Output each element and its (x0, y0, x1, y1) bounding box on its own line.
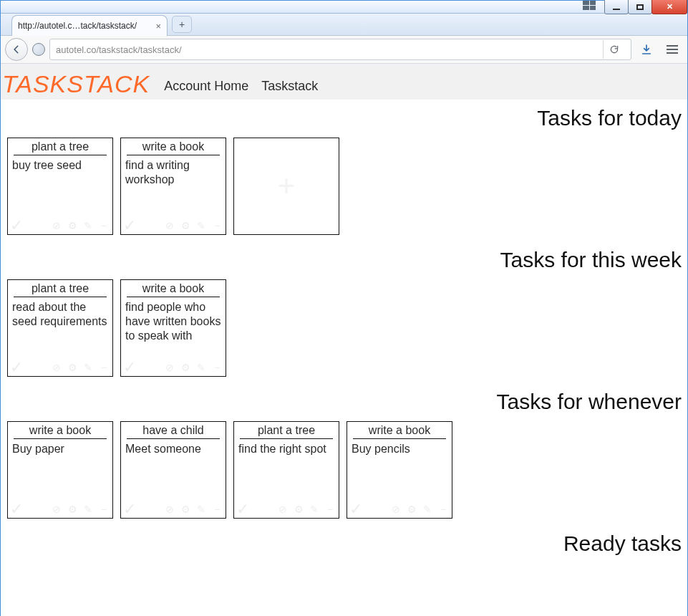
gear-icon[interactable]: ⚙ (67, 362, 78, 373)
edit-icon[interactable]: ✎ (309, 504, 320, 515)
task-card[interactable]: plant a tree read about the seed require… (7, 279, 113, 377)
section-title-whenever: Tasks for whenever (1, 384, 687, 420)
new-tab-button[interactable]: + (172, 16, 192, 33)
edit-icon[interactable]: ✎ (195, 504, 207, 515)
nav-account-home[interactable]: Account Home (164, 79, 248, 94)
check-icon[interactable]: ✓ (124, 362, 135, 373)
app-header: TASKSTACK Account Home Taskstack (1, 64, 687, 100)
card-task: find people who have written books to sp… (121, 297, 226, 343)
edit-icon[interactable]: ✎ (422, 504, 433, 515)
cards-today: plant a tree buy tree seed ✓ ⊘ ⚙ ✎ − wri… (1, 136, 687, 242)
card-goal: plant a tree (14, 138, 107, 155)
gear-icon[interactable]: ⚙ (293, 504, 304, 515)
arrow-left-icon (11, 44, 21, 54)
task-card[interactable]: write a book Buy pencils ✓ ⊘ ⚙ ✎ − (347, 421, 452, 519)
edit-icon[interactable]: ✎ (82, 362, 94, 373)
circle-x-icon[interactable]: ⊘ (277, 504, 289, 515)
task-card[interactable]: write a book Buy paper ✓ ⊘ ⚙ ✎ − (7, 421, 113, 519)
page-content: TASKSTACK Account Home Taskstack Tasks f… (1, 64, 687, 616)
card-goal: write a book (14, 422, 107, 439)
card-task: Buy paper (8, 439, 112, 456)
check-icon[interactable]: ✓ (350, 504, 362, 515)
circle-x-icon[interactable]: ⊘ (51, 220, 62, 231)
card-actions: ✓ ⊘ ⚙ ✎ − (350, 504, 449, 515)
add-task-card[interactable]: + (233, 138, 339, 235)
gear-icon[interactable]: ⚙ (67, 504, 78, 515)
cards-whenever: write a book Buy paper ✓ ⊘ ⚙ ✎ − have a … (1, 420, 687, 526)
minus-icon[interactable]: − (98, 220, 110, 231)
card-task: find a writing workshop (121, 155, 226, 187)
reload-button[interactable] (603, 40, 625, 59)
hamburger-menu-button[interactable] (662, 39, 683, 60)
gear-icon[interactable]: ⚙ (406, 504, 417, 515)
card-actions: ✓ ⊘ ⚙ ✎ − (124, 220, 223, 231)
card-actions: ✓ ⊘ ⚙ ✎ − (237, 504, 336, 515)
card-actions: ✓ ⊘ ⚙ ✎ − (124, 504, 223, 515)
check-icon[interactable]: ✓ (11, 504, 22, 515)
card-goal: have a child (127, 422, 220, 439)
gear-icon[interactable]: ⚙ (180, 504, 191, 515)
browser-toolbar: autotel.co/taskstack/taskstack/ (1, 36, 687, 64)
minus-icon[interactable]: − (98, 362, 110, 373)
check-icon[interactable]: ✓ (11, 362, 22, 373)
nav-taskstack[interactable]: Taskstack (261, 79, 318, 94)
window-maximize-button[interactable] (628, 0, 652, 14)
card-goal: plant a tree (240, 422, 333, 439)
site-identity-icon[interactable] (32, 43, 45, 56)
tab-close-icon[interactable]: × (155, 21, 161, 32)
task-card[interactable]: plant a tree buy tree seed ✓ ⊘ ⚙ ✎ − (7, 138, 113, 235)
hamburger-icon (667, 45, 678, 54)
task-card[interactable]: write a book find people who have writte… (120, 279, 226, 377)
window-minimize-button[interactable] (604, 0, 629, 14)
section-title-today: Tasks for today (1, 100, 687, 136)
minus-icon[interactable]: − (211, 504, 223, 515)
minus-icon[interactable]: − (324, 504, 336, 515)
card-task: find the right spot (234, 439, 339, 456)
circle-x-icon[interactable]: ⊘ (51, 504, 62, 515)
task-card[interactable]: have a child Meet someone ✓ ⊘ ⚙ ✎ − (120, 421, 226, 519)
minus-icon[interactable]: − (211, 362, 223, 373)
url-path: /taskstack/taskstack/ (96, 44, 181, 55)
firefox-tile-icon (583, 1, 596, 10)
window-close-button[interactable] (651, 0, 687, 14)
check-icon[interactable]: ✓ (237, 504, 248, 515)
card-actions: ✓ ⊘ ⚙ ✎ − (11, 504, 110, 515)
address-bar[interactable]: autotel.co/taskstack/taskstack/ (49, 39, 631, 60)
browser-tab[interactable]: http://autotel.c…tack/taskstack/ × (11, 15, 168, 36)
edit-icon[interactable]: ✎ (82, 504, 94, 515)
section-title-ready: Ready tasks (1, 526, 687, 562)
downloads-button[interactable] (636, 39, 657, 60)
download-icon (641, 44, 652, 55)
card-task: Meet someone (121, 439, 226, 456)
card-goal: plant a tree (14, 280, 107, 297)
edit-icon[interactable]: ✎ (195, 362, 207, 373)
check-icon[interactable]: ✓ (124, 504, 135, 515)
cards-week: plant a tree read about the seed require… (1, 278, 687, 384)
edit-icon[interactable]: ✎ (82, 220, 94, 231)
reload-icon (609, 44, 619, 54)
edit-icon[interactable]: ✎ (195, 220, 207, 231)
task-card[interactable]: plant a tree find the right spot ✓ ⊘ ⚙ ✎… (233, 421, 339, 519)
minus-icon[interactable]: − (98, 504, 110, 515)
window-controls (605, 0, 687, 14)
card-task: read about the seed requirements (8, 297, 112, 329)
back-button[interactable] (5, 38, 28, 61)
tab-title: http://autotel.c…tack/taskstack/ (18, 21, 137, 31)
gear-icon[interactable]: ⚙ (180, 220, 191, 231)
gear-icon[interactable]: ⚙ (180, 362, 191, 373)
circle-x-icon[interactable]: ⊘ (51, 362, 62, 373)
window-title-bar (1, 1, 687, 14)
check-icon[interactable]: ✓ (11, 220, 22, 231)
circle-x-icon[interactable]: ⊘ (390, 504, 402, 515)
minus-icon[interactable]: − (437, 504, 449, 515)
gear-icon[interactable]: ⚙ (67, 220, 78, 231)
minus-icon[interactable]: − (211, 220, 223, 231)
plus-icon: + (278, 171, 296, 201)
task-card[interactable]: write a book find a writing workshop ✓ ⊘… (120, 138, 226, 235)
circle-x-icon[interactable]: ⊘ (164, 362, 175, 373)
circle-x-icon[interactable]: ⊘ (164, 504, 175, 515)
browser-window: http://autotel.c…tack/taskstack/ × + aut… (0, 0, 688, 616)
card-goal: write a book (127, 280, 220, 297)
check-icon[interactable]: ✓ (124, 220, 135, 231)
circle-x-icon[interactable]: ⊘ (164, 220, 175, 231)
